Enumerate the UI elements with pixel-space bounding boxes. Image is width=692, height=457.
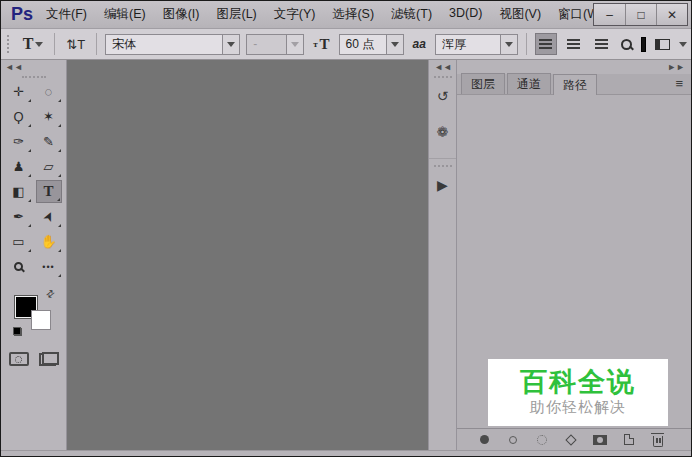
maximize-button[interactable]: □: [625, 4, 656, 25]
menu-image[interactable]: 图像(I): [162, 4, 201, 25]
antialias-value: 浑厚: [436, 35, 500, 54]
rectangle-tool-icon: ▭: [12, 234, 24, 249]
chevron-down-icon[interactable]: [679, 42, 687, 47]
panel-expand-button[interactable]: ►►: [457, 60, 691, 74]
actions-panel-button[interactable]: ▶: [431, 173, 455, 197]
align-right-button[interactable]: [591, 33, 613, 55]
background-color-swatch[interactable]: [31, 310, 51, 330]
marquee-tool[interactable]: ◌: [36, 80, 62, 103]
clone-stamp-tool[interactable]: ♟: [6, 155, 32, 178]
magic-wand-tool[interactable]: ✶: [36, 105, 62, 128]
ellipsis-icon: •••: [42, 262, 54, 272]
font-size-dropdown-button[interactable]: [386, 35, 403, 54]
magic-wand-tool-icon: ✶: [43, 109, 54, 124]
antialias-dropdown-button[interactable]: [500, 35, 517, 54]
work-path-icon: [565, 434, 576, 445]
antialias-select[interactable]: 浑厚: [435, 34, 518, 55]
menu-edit[interactable]: 编辑(E): [103, 4, 147, 25]
pen-tool-icon: ✒: [13, 209, 24, 224]
window-bottom-frame: [1, 450, 691, 456]
brush-tool[interactable]: ✎: [36, 130, 62, 153]
history-panel-button[interactable]: ↺: [431, 84, 455, 108]
delete-path-button[interactable]: [650, 432, 666, 448]
chevron-down-icon: [291, 42, 299, 47]
clone-stamp-tool-icon: ♟: [13, 159, 25, 174]
tab-channels[interactable]: 通道: [507, 73, 551, 94]
paths-panel-buttons: [457, 428, 691, 450]
panel-tab-bar: 图层 通道 路径 ≡: [457, 74, 691, 95]
font-size-select[interactable]: 60 点: [339, 34, 404, 55]
minimize-button[interactable]: –: [594, 4, 625, 25]
quick-mask-icon: [15, 356, 22, 363]
marquee-tool-icon: ◌: [45, 84, 53, 99]
make-work-path-button[interactable]: [563, 432, 579, 448]
align-left-button[interactable]: [535, 33, 557, 55]
dock-collapse-button[interactable]: ◄◄: [429, 62, 456, 72]
warp-text-button[interactable]: [618, 37, 635, 52]
text-orientation-button[interactable]: ⇅T: [63, 35, 88, 54]
paint-bucket-tool-icon: ◧: [12, 184, 24, 199]
flyout-indicator: [58, 274, 61, 277]
type-tool-selected[interactable]: T: [36, 180, 62, 203]
load-selection-button[interactable]: [534, 432, 550, 448]
tab-layers[interactable]: 图层: [461, 73, 505, 94]
text-color-swatch[interactable]: [641, 37, 646, 52]
path-selection-tool[interactable]: ➤: [36, 205, 62, 228]
add-mask-button[interactable]: [592, 432, 608, 448]
swap-colors-button[interactable]: ⇄: [44, 287, 57, 301]
menu-select[interactable]: 选择(S): [331, 4, 375, 25]
menu-bar: 文件(F) 编辑(E) 图像(I) 图层(L) 文字(Y) 选择(S) 滤镜(T…: [45, 4, 664, 25]
stroke-path-button[interactable]: [505, 432, 521, 448]
menu-filter[interactable]: 滤镜(T): [390, 4, 433, 25]
close-button[interactable]: ✕: [656, 4, 687, 25]
dock-separator: [429, 158, 456, 159]
toolbar-collapse-button[interactable]: ◄◄: [1, 62, 66, 72]
menu-type[interactable]: 文字(Y): [273, 4, 317, 25]
separator: [526, 33, 527, 55]
main-area: ◄◄ ✛ ◌ Ϙ ✶ ✑ ✎ ♟ ▱ ◧ T ✒ ➤ ▭ ✋ •••: [1, 60, 691, 450]
rectangle-tool[interactable]: ▭: [6, 230, 32, 253]
align-center-button[interactable]: [563, 33, 585, 55]
mask-icon: [593, 435, 607, 445]
menu-file[interactable]: 文件(F): [45, 4, 88, 25]
tool-preset-button[interactable]: T: [20, 33, 47, 55]
toggle-panels-button[interactable]: [652, 37, 673, 52]
chevron-down-icon: [505, 42, 513, 47]
default-colors-button[interactable]: [13, 327, 22, 336]
lasso-tool[interactable]: Ϙ: [6, 105, 32, 128]
new-path-button[interactable]: [621, 432, 637, 448]
quick-mask-button[interactable]: [9, 352, 29, 366]
zoom-tool[interactable]: [6, 255, 32, 278]
toolbar-grip: [22, 76, 46, 78]
hand-tool-icon: ✋: [40, 234, 56, 249]
adjustments-panel-button[interactable]: ❁: [431, 120, 455, 144]
lasso-tool-icon: Ϙ: [13, 109, 23, 124]
flyout-indicator: [58, 99, 61, 102]
chevron-down-icon: [35, 42, 43, 47]
move-tool[interactable]: ✛: [6, 80, 32, 103]
eyedropper-tool[interactable]: ✑: [6, 130, 32, 153]
flyout-indicator: [28, 249, 31, 252]
screen-mode-button[interactable]: [39, 352, 59, 366]
paint-bucket-tool[interactable]: ◧: [6, 180, 32, 203]
eyedropper-tool-icon: ✑: [13, 134, 24, 149]
pen-tool[interactable]: ✒: [6, 205, 32, 228]
edit-toolbar-button[interactable]: •••: [36, 255, 62, 278]
font-family-dropdown-button[interactable]: [222, 35, 239, 54]
panel-menu-button[interactable]: ≡: [667, 76, 691, 94]
watermark-title: 百科全说: [520, 369, 636, 396]
canvas-area[interactable]: [67, 60, 428, 450]
fill-path-button[interactable]: [476, 432, 492, 448]
hand-tool[interactable]: ✋: [36, 230, 62, 253]
right-panel: ►► 图层 通道 路径 ≡ 百科全说 助你轻松解决: [457, 60, 691, 450]
tab-paths[interactable]: 路径: [553, 74, 597, 95]
eraser-tool[interactable]: ▱: [36, 155, 62, 178]
menu-3d[interactable]: 3D(D): [448, 4, 483, 25]
chevron-down-icon: [227, 42, 235, 47]
font-family-value: 宋体: [106, 35, 222, 54]
font-family-select[interactable]: 宋体: [105, 34, 240, 55]
watermark-subtitle: 助你轻松解决: [530, 398, 626, 417]
separator: [96, 33, 97, 55]
menu-layer[interactable]: 图层(L): [215, 4, 257, 25]
menu-view[interactable]: 视图(V): [498, 4, 542, 25]
